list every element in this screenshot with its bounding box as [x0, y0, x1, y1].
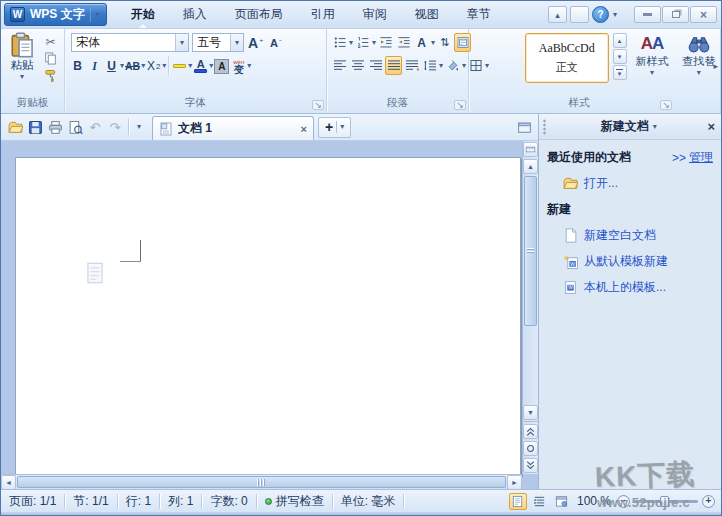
- quick-toolbar-options-button[interactable]: ▾: [132, 117, 146, 137]
- help-button[interactable]: ?: [592, 6, 609, 23]
- undo-button[interactable]: ↶: [85, 117, 105, 137]
- new-style-dropdown-icon[interactable]: ▾: [650, 69, 654, 77]
- scroll-up-button[interactable]: ▲: [523, 159, 538, 174]
- tab-section[interactable]: 章节: [453, 1, 505, 28]
- zoom-in-button[interactable]: +: [702, 495, 715, 508]
- highlight-button[interactable]: [171, 57, 188, 76]
- minimize-button[interactable]: [634, 6, 661, 23]
- font-size-combo[interactable]: 五号 ▾: [192, 33, 244, 52]
- paragraph-dialog-launcher[interactable]: ↘: [454, 100, 466, 110]
- paste-dropdown-icon[interactable]: ▾: [20, 73, 24, 81]
- taskpane-link-new-blank-document[interactable]: 新建空白文档: [563, 227, 713, 244]
- next-page-button[interactable]: [523, 458, 538, 473]
- superscript-button[interactable]: X2: [145, 57, 162, 76]
- web-view-button[interactable]: [553, 493, 571, 510]
- style-scroll-down-button[interactable]: ▾: [613, 49, 627, 64]
- distribute-button[interactable]: [403, 56, 420, 75]
- outline-view-button[interactable]: [531, 493, 549, 510]
- tab-references[interactable]: 引用: [297, 1, 349, 28]
- task-pane-title-dropdown-icon[interactable]: ▾: [653, 123, 657, 131]
- cut-button[interactable]: ✂: [42, 34, 59, 49]
- pinyin-dropdown-icon[interactable]: ▾: [247, 62, 251, 70]
- tab-page-layout[interactable]: 页面布局: [221, 1, 297, 28]
- italic-button[interactable]: I: [86, 57, 103, 76]
- font-dialog-launcher[interactable]: ↘: [312, 100, 324, 110]
- tab-insert[interactable]: 插入: [169, 1, 221, 28]
- numbering-button[interactable]: [354, 33, 371, 52]
- zoom-slider-thumb[interactable]: [660, 496, 669, 507]
- paragraph-layout-ghost-icon[interactable]: [86, 261, 104, 289]
- shading-button[interactable]: [444, 56, 461, 75]
- task-pane-toggle-button[interactable]: [514, 117, 534, 137]
- font-color-button[interactable]: A: [192, 57, 209, 76]
- horizontal-scroll-thumb[interactable]: [17, 476, 506, 488]
- style-scroll-up-button[interactable]: ▴: [613, 33, 627, 48]
- select-browse-object-button[interactable]: [523, 441, 538, 456]
- char-scale-dropdown-icon[interactable]: ▾: [431, 39, 435, 47]
- bullets-button[interactable]: [331, 33, 348, 52]
- char-scale-button[interactable]: A: [413, 33, 430, 52]
- tab-home[interactable]: 开始: [117, 1, 169, 28]
- format-painter-button[interactable]: [42, 68, 59, 83]
- decrease-indent-button[interactable]: [377, 33, 394, 52]
- save-button[interactable]: [25, 117, 45, 137]
- scroll-down-button[interactable]: ▼: [523, 405, 538, 420]
- status-spell-check[interactable]: 拼写检查: [257, 494, 333, 509]
- shading-dropdown-icon[interactable]: ▾: [462, 62, 466, 70]
- zoom-out-button[interactable]: −: [617, 495, 630, 508]
- new-style-button[interactable]: AA 新样式 ▾: [631, 33, 674, 77]
- print-button[interactable]: [45, 117, 65, 137]
- status-section[interactable]: 节: 1/1: [65, 494, 117, 509]
- status-page[interactable]: 页面: 1/1: [1, 494, 65, 509]
- taskpane-link-new-from-default-template[interactable]: W从默认模板新建: [563, 253, 713, 270]
- scroll-right-button[interactable]: ►: [507, 475, 522, 490]
- scroll-left-button[interactable]: ◄: [1, 475, 16, 490]
- previous-page-button[interactable]: [523, 424, 538, 439]
- print-preview-button[interactable]: [65, 117, 85, 137]
- styles-dialog-launcher[interactable]: ↘: [660, 100, 672, 110]
- document-page[interactable]: [15, 157, 521, 475]
- status-column[interactable]: 列: 1: [160, 494, 202, 509]
- status-unit[interactable]: 单位: 毫米: [333, 494, 405, 509]
- horizontal-scrollbar[interactable]: ◄ ►: [1, 474, 522, 489]
- page-view-button[interactable]: [509, 493, 527, 510]
- copy-button[interactable]: [42, 51, 59, 66]
- wps-app-menu-button[interactable]: W WPS 文字 ▾: [4, 3, 107, 26]
- status-line[interactable]: 行: 1: [118, 494, 160, 509]
- open-button[interactable]: [5, 117, 25, 137]
- bold-button[interactable]: B: [69, 57, 86, 76]
- collapse-ribbon-button[interactable]: ▴: [548, 6, 567, 23]
- skin-button[interactable]: [570, 6, 589, 23]
- document-canvas[interactable]: ▲ ▼ ◄ ►: [1, 141, 538, 489]
- close-button[interactable]: ×: [690, 6, 717, 23]
- zoom-slider[interactable]: [634, 500, 698, 503]
- numbering-dropdown-icon[interactable]: ▾: [372, 39, 376, 47]
- new-tab-dropdown-icon[interactable]: ▾: [336, 121, 344, 133]
- task-pane-grip[interactable]: [543, 119, 546, 135]
- help-dropdown-icon[interactable]: ▾: [613, 10, 617, 19]
- shrink-font-button[interactable]: Aˉ: [267, 33, 284, 52]
- align-center-button[interactable]: [349, 56, 366, 75]
- status-word-count[interactable]: 字数: 0: [202, 494, 256, 509]
- close-document-icon[interactable]: ×: [301, 123, 307, 135]
- open-document-link[interactable]: 打开...: [563, 175, 713, 192]
- font-name-combo[interactable]: 宋体 ▾: [71, 33, 189, 52]
- align-right-button[interactable]: [367, 56, 384, 75]
- font-size-dropdown-icon[interactable]: ▾: [230, 34, 243, 51]
- chevron-down-icon[interactable]: ▾: [96, 11, 100, 19]
- vertical-scrollbar[interactable]: ▲ ▼: [522, 141, 538, 474]
- align-left-button[interactable]: [331, 56, 348, 75]
- taskpane-link-templates-on-this-machine[interactable]: W本机上的模板...: [563, 279, 713, 296]
- new-document-tab-button[interactable]: + ▾: [318, 117, 351, 138]
- strikethrough-button[interactable]: AB: [124, 57, 141, 76]
- document-tab[interactable]: 文档 1 ×: [152, 116, 314, 140]
- find-replace-dropdown-icon[interactable]: ▾: [697, 69, 701, 77]
- superscript-dropdown-icon[interactable]: ▾: [162, 62, 166, 70]
- justify-button[interactable]: [385, 56, 402, 75]
- ruler-toggle-button[interactable]: [523, 142, 538, 157]
- ribbon-overflow-chevron[interactable]: ▸: [713, 61, 718, 71]
- paragraph-marks-button[interactable]: ⇅: [436, 33, 453, 52]
- redo-button[interactable]: ↷: [105, 117, 125, 137]
- line-spacing-button[interactable]: [421, 56, 438, 75]
- font-name-dropdown-icon[interactable]: ▾: [175, 34, 188, 51]
